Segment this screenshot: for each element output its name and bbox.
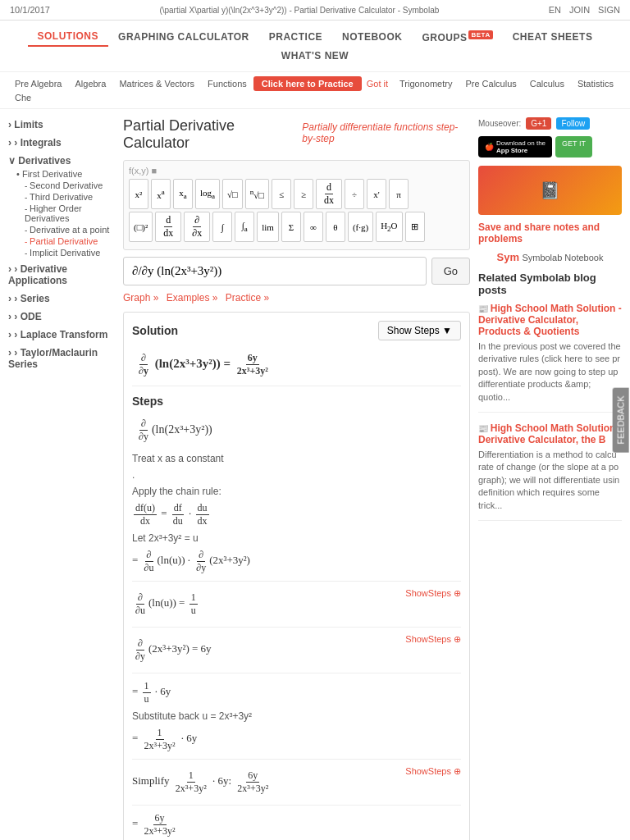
sidebar-limits-title[interactable]: Limits (8, 117, 115, 132)
social-bar: Mouseover: G+1 Follow (478, 117, 622, 130)
divider3 (132, 673, 461, 673)
sidebar-ode: › ODE (8, 309, 115, 324)
sidebar-series-title[interactable]: › Series (8, 291, 115, 306)
mouseover-label: Mouseover: (478, 119, 521, 128)
subnav-algebra[interactable]: Algebra (68, 77, 112, 90)
go-button[interactable]: Go (431, 258, 470, 285)
sym-sqrt[interactable]: √□ (222, 179, 243, 209)
join-button[interactable]: JOIN (569, 5, 590, 15)
partial-symbol: ∂∂y (135, 357, 155, 370)
sym-xa[interactable]: xa (151, 179, 171, 209)
sidebar-ode-title[interactable]: › ODE (8, 309, 115, 324)
sub-nav: Pre Algebra Algebra Matrices & Vectors F… (0, 72, 630, 109)
sidebar-higher-deriv[interactable]: Higher Order Derivatives (25, 203, 115, 224)
subnav-trig[interactable]: Trigonometry (393, 77, 459, 90)
sym-h2o[interactable]: H2O (376, 212, 402, 242)
sidebar-deriv-point[interactable]: Derivative at a point (25, 224, 115, 235)
sidebar-laplace-title[interactable]: › Laplace Transform (8, 327, 115, 342)
google-play-button[interactable]: GET IT (555, 136, 592, 158)
show-steps-link-2[interactable]: ShowSteps ⊕ (405, 634, 461, 645)
sym-loga[interactable]: loga (195, 179, 220, 209)
sym-div[interactable]: ÷ (345, 179, 364, 209)
graph-link[interactable]: Graph » (123, 292, 158, 304)
symbol-row-2: (□)² ddx ∂∂x ∫ ∫a lim Σ ∞ θ (f·g) H2O ⊞ (129, 212, 464, 242)
sidebar-taylor-title[interactable]: › Taylor/Maclaurin Series (8, 345, 115, 372)
calc-input[interactable] (123, 257, 427, 285)
gplus-button[interactable]: G+1 (526, 117, 551, 130)
sym-def-integral[interactable]: ∫a (235, 212, 254, 242)
sym-integral[interactable]: ∫ (212, 212, 232, 242)
sym-geq[interactable]: ≥ (294, 179, 313, 209)
subnav-practice-cta[interactable]: Click here to Practice (253, 76, 362, 91)
examples-link[interactable]: Examples » (167, 292, 218, 304)
show-steps-button[interactable]: Show Steps ▼ (378, 321, 461, 340)
sidebar-third-deriv[interactable]: Third Derivative (25, 191, 115, 203)
sym-lim[interactable]: lim (257, 212, 279, 242)
sidebar-partial-deriv[interactable]: Partial Derivative (25, 235, 115, 247)
subnav-precalc[interactable]: Pre Calculus (459, 77, 523, 90)
sidebar-integrals-title[interactable]: › Integrals (8, 135, 115, 150)
sym-fg[interactable]: (f·g) (348, 212, 373, 242)
appstore-button[interactable]: 🍎 Download on theApp Store (478, 136, 552, 158)
sidebar-implicit-deriv[interactable]: Implicit Derivative (25, 247, 115, 258)
sym-xsub[interactable]: xa (173, 179, 193, 209)
subnav-stats[interactable]: Statistics (571, 77, 620, 90)
sign-button[interactable]: SIGN (598, 5, 620, 15)
sym-nroot[interactable]: n√□ (245, 179, 269, 209)
lang-button[interactable]: EN (549, 5, 561, 15)
sym-sq[interactable]: (□)² (129, 212, 153, 242)
subnav-matrices[interactable]: Matrices & Vectors (112, 77, 201, 90)
blog-post-1-title[interactable]: High School Math Solution - Derivative C… (478, 303, 622, 337)
subnav-calc[interactable]: Calculus (523, 77, 571, 90)
sidebar-second-deriv[interactable]: Second Derivative (25, 180, 115, 191)
show-steps-link-3[interactable]: ShowSteps ⊕ (405, 766, 461, 777)
nav-solutions[interactable]: SOLUTIONS (28, 27, 109, 47)
substep1-expr: ∂∂u(ln(u)) = 1u (132, 591, 199, 617)
nav-graphing[interactable]: GRAPHING CALCULATOR (108, 28, 259, 46)
symbol-pad: f(x,y) ■ x² xa xa loga √□ n√□ ≤ ≥ ddx ÷ … (123, 160, 470, 250)
notebook-label: Symbolab Notebook (522, 253, 603, 262)
sidebar-deriv-apps-title[interactable]: › Derivative Applications (8, 262, 115, 288)
nav-groups[interactable]: GROUPSbeta (412, 28, 502, 47)
sym-theta[interactable]: θ (326, 212, 345, 242)
sym-d-dx2[interactable]: ddx (155, 212, 181, 242)
simplify-note: Simplify 12x³+3y² · 6y: 6y2x³+3y² (132, 769, 272, 795)
page-subtitle: Partially differentiate functions step-b… (302, 121, 470, 144)
sidebar-deriv-apps: › Derivative Applications (8, 262, 115, 288)
sym-x2[interactable]: x² (129, 179, 148, 209)
nav-practice[interactable]: PRACTICE (259, 28, 332, 46)
subnav-che[interactable]: Che (8, 91, 38, 104)
nav-whatsnew[interactable]: WHAT'S NEW (272, 47, 358, 65)
input-area: Go (123, 257, 470, 285)
sym-infty[interactable]: ∞ (304, 212, 323, 242)
feedback-tab[interactable]: FEEDBACK (612, 387, 628, 452)
sym-sigma[interactable]: Σ (281, 212, 301, 242)
nav-notebook[interactable]: NOTEBOOK (332, 28, 412, 46)
nav-cheatsheets[interactable]: CHEAT SHEETS (503, 28, 603, 46)
sym-leq[interactable]: ≤ (272, 179, 291, 209)
simplify-row: Simplify 12x³+3y² · 6y: 6y2x³+3y² ShowSt… (132, 766, 461, 798)
sym-partial[interactable]: ∂∂x (184, 212, 210, 242)
final-expr: = 6y2x³+3y² (132, 812, 461, 838)
sidebar-first-deriv[interactable]: First Derivative (16, 168, 115, 180)
subnav-gotit[interactable]: Got it (362, 77, 393, 90)
step2-note: Apply the chain rule: (132, 486, 461, 497)
substep2-row: ∂∂y(2x³+3y²) = 6y ShowSteps ⊕ (132, 634, 461, 666)
sidebar-derivatives-title[interactable]: ∨ Derivatives (8, 153, 115, 168)
app-buttons: 🍎 Download on theApp Store GET IT (478, 136, 622, 158)
step1-expr: ∂∂y(ln(2x³+3y²)) (132, 414, 461, 446)
sym-grid[interactable]: ⊞ (405, 212, 425, 242)
sym-pi[interactable]: π (389, 179, 409, 209)
show-steps-link-1[interactable]: ShowSteps ⊕ (405, 588, 461, 599)
sym-xprime[interactable]: x' (367, 179, 386, 209)
sub-back-expr: = 12x³+3y² · 6y (132, 727, 461, 752)
sidebar-laplace: › Laplace Transform (8, 327, 115, 342)
subnav-functions[interactable]: Functions (201, 77, 253, 90)
practice-link[interactable]: Practice » (226, 292, 269, 304)
blog-post-2-title[interactable]: High School Math Solution - Derivative C… (478, 422, 622, 445)
follow-button[interactable]: Follow (556, 117, 590, 130)
sym-d-dx[interactable]: ddx (316, 179, 342, 209)
subnav-prealgebra[interactable]: Pre Algebra (8, 77, 68, 90)
sub-back-note: Substitute back u = 2x³+3y² (132, 710, 461, 722)
content: Limits › Integrals ∨ Derivatives First D… (0, 109, 630, 840)
